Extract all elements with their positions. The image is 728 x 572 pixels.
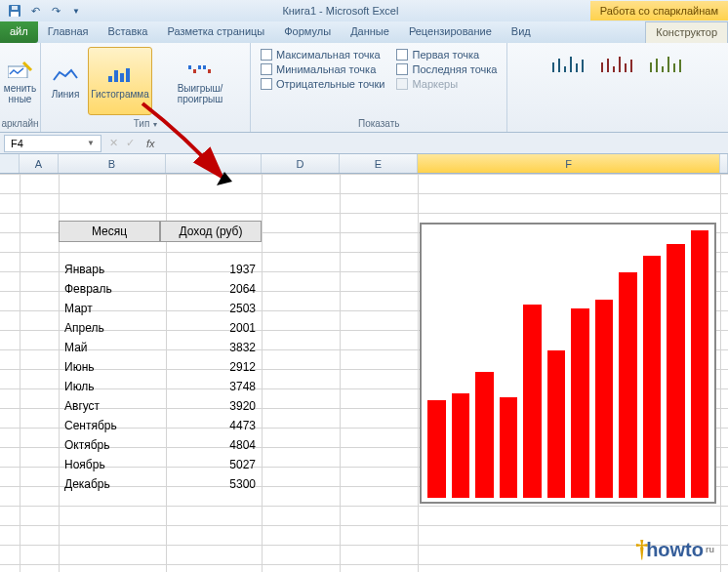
- edit-data-label: менить нные: [4, 83, 36, 104]
- worksheet[interactable]: Месяц Доход (руб) Январь1937Февраль2064М…: [0, 174, 728, 572]
- cell-value[interactable]: 4804: [160, 437, 262, 457]
- cell-value[interactable]: 1937: [160, 262, 262, 281]
- undo-icon[interactable]: ↶: [26, 3, 44, 19]
- fx-icon[interactable]: fx: [139, 138, 163, 149]
- cell-month[interactable]: Январь: [59, 262, 160, 281]
- sparkline-style-gallery[interactable]: [541, 45, 695, 84]
- check-min[interactable]: Минимальная точка: [261, 63, 384, 75]
- cell-value[interactable]: 2503: [160, 301, 262, 320]
- edit-data-button[interactable]: менить нные: [2, 47, 39, 115]
- table-row[interactable]: Декабрь5300: [59, 476, 262, 496]
- col-E[interactable]: E: [340, 154, 418, 173]
- chart-bar: [427, 400, 446, 498]
- cell-value[interactable]: 3920: [160, 398, 262, 418]
- svg-rect-11: [203, 65, 206, 69]
- col-C[interactable]: C: [166, 154, 262, 173]
- data-table: Месяц Доход (руб) Январь1937Февраль2064М…: [59, 221, 262, 496]
- svg-rect-6: [120, 73, 124, 82]
- cell-month[interactable]: Февраль: [59, 281, 160, 301]
- tab-review[interactable]: Рецензирование: [399, 21, 502, 43]
- name-box[interactable]: F4 ▼: [4, 135, 101, 152]
- sparkline-cell[interactable]: [420, 223, 716, 504]
- table-header-income[interactable]: Доход (руб): [160, 221, 262, 242]
- enter-icon[interactable]: ✓: [122, 137, 139, 149]
- col-D[interactable]: D: [262, 154, 340, 173]
- tab-design[interactable]: Конструктор: [645, 21, 728, 43]
- cell-value[interactable]: 4473: [160, 418, 262, 437]
- cell-month[interactable]: Август: [59, 398, 160, 418]
- check-neg[interactable]: Отрицательные точки: [261, 78, 384, 90]
- cell-month[interactable]: Декабрь: [59, 476, 160, 496]
- table-row[interactable]: Июль3748: [59, 379, 262, 398]
- chart-bar: [523, 305, 542, 498]
- spark-style-2[interactable]: [599, 53, 636, 76]
- histogram-button[interactable]: Гистограмма: [88, 47, 152, 115]
- chart-bar: [595, 300, 614, 498]
- cell-month[interactable]: Сентябрь: [59, 418, 160, 437]
- check-last[interactable]: Последняя точка: [396, 63, 497, 75]
- tab-layout[interactable]: Разметка страницы: [157, 21, 274, 43]
- cell-value[interactable]: 2064: [160, 281, 262, 301]
- watermark-logo: † howto ru: [635, 535, 714, 564]
- tab-home[interactable]: Главная: [38, 21, 99, 43]
- table-row[interactable]: Апрель2001: [59, 320, 262, 340]
- line-button[interactable]: Линия: [45, 47, 86, 115]
- tab-file[interactable]: айл: [0, 21, 38, 43]
- svg-rect-1: [11, 12, 19, 17]
- select-all-corner[interactable]: [0, 154, 20, 173]
- col-A[interactable]: A: [20, 154, 59, 173]
- cell-value[interactable]: 2912: [160, 359, 262, 379]
- spark-style-3[interactable]: [648, 53, 685, 76]
- table-row[interactable]: Октябрь4804: [59, 437, 262, 457]
- check-first[interactable]: Первая точка: [396, 49, 497, 61]
- table-row[interactable]: Ноябрь5027: [59, 457, 262, 476]
- cell-value[interactable]: 3832: [160, 340, 262, 359]
- group-type-label: Тип▾: [134, 117, 158, 130]
- svg-rect-4: [108, 76, 112, 82]
- tab-formulas[interactable]: Формулы: [274, 21, 341, 43]
- tab-view[interactable]: Вид: [502, 21, 541, 43]
- cell-value[interactable]: 5300: [160, 476, 262, 496]
- svg-rect-8: [188, 65, 191, 69]
- col-B[interactable]: B: [59, 154, 166, 173]
- save-icon[interactable]: [6, 3, 23, 19]
- table-row[interactable]: Август3920: [59, 398, 262, 418]
- table-row[interactable]: Июнь2912: [59, 359, 262, 379]
- cell-value[interactable]: 3748: [160, 379, 262, 398]
- cell-month[interactable]: Октябрь: [59, 437, 160, 457]
- table-row[interactable]: Февраль2064: [59, 281, 262, 301]
- table-row[interactable]: Март2503: [59, 301, 262, 320]
- col-extra[interactable]: [720, 154, 728, 173]
- check-max[interactable]: Максимальная точка: [261, 49, 384, 61]
- group-show: Максимальная точка Минимальная точка Отр…: [251, 43, 507, 132]
- cell-month[interactable]: Май: [59, 340, 160, 359]
- cell-month[interactable]: Апрель: [59, 320, 160, 340]
- tab-insert[interactable]: Вставка: [99, 21, 158, 43]
- chart-bar: [619, 272, 637, 498]
- cell-month[interactable]: Март: [59, 301, 160, 320]
- cell-month[interactable]: Ноябрь: [59, 457, 160, 476]
- group-sparkline: менить нные арклайн: [0, 43, 41, 132]
- col-F[interactable]: F: [418, 154, 720, 173]
- chart-bar: [691, 230, 709, 498]
- namebox-dropdown-icon[interactable]: ▼: [87, 139, 95, 147]
- chart-bar: [452, 393, 470, 498]
- tab-data[interactable]: Данные: [341, 21, 399, 43]
- cell-value[interactable]: 5027: [160, 457, 262, 476]
- table-row[interactable]: Январь1937: [59, 262, 262, 281]
- winlose-button[interactable]: Выигрыш/проигрыш: [154, 47, 246, 115]
- spark-style-1[interactable]: [550, 53, 587, 76]
- line-icon: [50, 63, 81, 87]
- window-title: Книга1 - Microsoft Excel: [91, 5, 590, 17]
- chart-bar: [475, 372, 494, 498]
- table-row[interactable]: Май3832: [59, 340, 262, 359]
- cell-value[interactable]: 2001: [160, 320, 262, 340]
- redo-icon[interactable]: ↷: [47, 3, 64, 19]
- qat-dropdown-icon[interactable]: ▼: [67, 3, 85, 19]
- cancel-icon[interactable]: ✕: [105, 137, 122, 149]
- table-row[interactable]: Сентябрь4473: [59, 418, 262, 437]
- table-header-month[interactable]: Месяц: [59, 221, 160, 242]
- cell-month[interactable]: Июнь: [59, 359, 160, 379]
- dialog-launcher-icon[interactable]: ▾: [153, 120, 157, 129]
- cell-month[interactable]: Июль: [59, 379, 160, 398]
